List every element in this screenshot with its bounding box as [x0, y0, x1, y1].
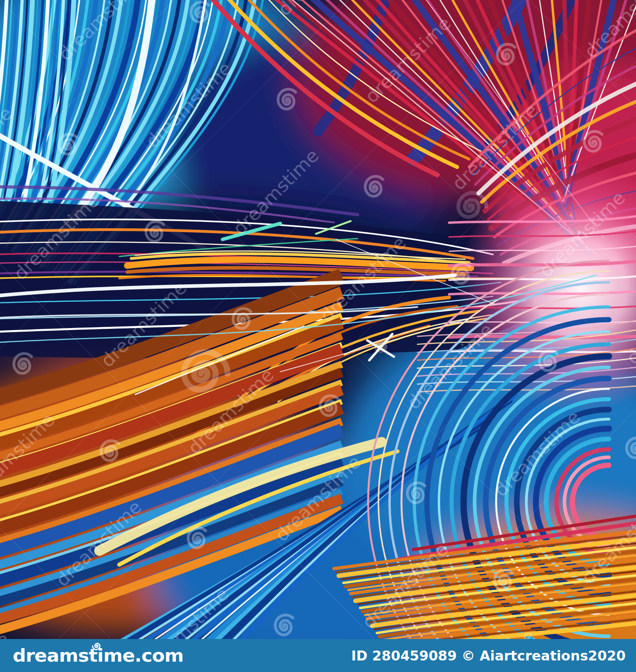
dreamstime-logo: dreamstime.com: [13, 646, 184, 665]
abstract-artwork: [0, 0, 636, 639]
image-credit: ID 280459089 © Aiartcreations2020: [351, 649, 626, 662]
footer-bar: dreamstime.com ID 280459089 © Aiartcreat…: [0, 639, 636, 672]
dreamstime-spiral-icon: [91, 640, 103, 652]
stock-image: dreamstime dreamstime.com ID 280459089 ©…: [0, 0, 636, 672]
